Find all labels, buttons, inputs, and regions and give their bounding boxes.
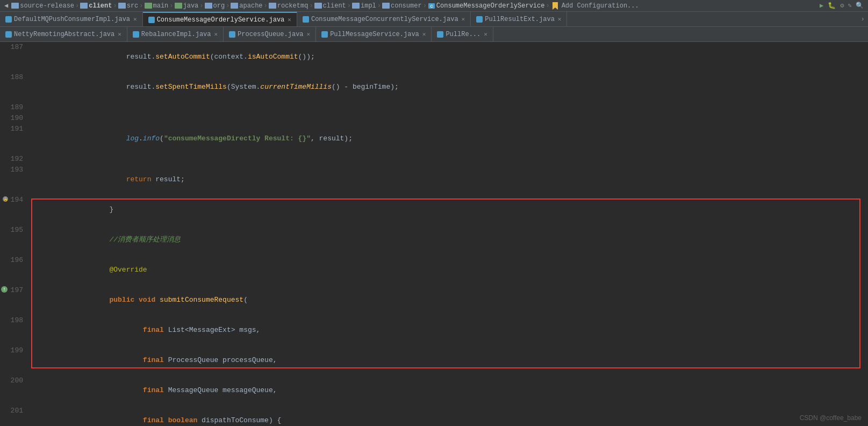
add-config-label[interactable]: Add Configuration...: [562, 2, 639, 10]
bc-client: client: [89, 2, 112, 10]
bc-main: main: [153, 2, 169, 10]
code-area: 187 result.setAutoCommit(context.isAutoC…: [0, 42, 868, 426]
tab-label-pullmessage: PullMessageService.java: [330, 31, 419, 38]
folder-icon-impl: [352, 3, 360, 9]
line-number: 187: [0, 42, 30, 72]
line-code: [30, 154, 868, 165]
watermark: CSDN @coffee_babe: [800, 414, 862, 422]
tab-icon-pullre: [437, 31, 443, 38]
tab-close-netty[interactable]: ✕: [118, 31, 121, 38]
table-row: 188 result.setSpentTimeMills(System.curr…: [0, 72, 868, 102]
line-code: result.setSpentTimeMills(System.currentT…: [30, 72, 868, 102]
bc-arrow: ◀: [4, 2, 8, 10]
table-row: 201 final boolean dispathToConsume) {: [0, 406, 868, 426]
tab-label-concurrent: ConsumeMessageConcurrentlyService.java: [311, 16, 458, 23]
table-row: 197 ! public void submitConsumeRequest(: [0, 285, 868, 315]
bc-java: java: [183, 2, 199, 10]
bc-class-icon: C: [428, 2, 435, 10]
folder-icon-apache: [231, 3, 238, 9]
table-row: 187 result.setAutoCommit(context.isAutoC…: [0, 42, 868, 72]
line-number: 190: [0, 113, 30, 124]
bc-consumer: consumer: [391, 2, 422, 10]
tab-close-rebalance[interactable]: ✕: [214, 31, 218, 38]
tab-overflow[interactable]: ›: [857, 12, 868, 26]
tab-icon-concurrent: [303, 16, 309, 23]
tab-label-processqueue: ProcessQueue.java: [238, 31, 303, 38]
line-number: 199: [0, 345, 30, 375]
folder-icon-src: [118, 3, 126, 9]
folder-icon-client2: [314, 3, 322, 9]
tab-close-pullre[interactable]: ✕: [484, 31, 487, 38]
tab-close-processqueue[interactable]: ✕: [307, 31, 311, 38]
table-row: 190: [0, 113, 868, 124]
line-number: 195: [0, 225, 30, 255]
folder-icon-rocketmq: [269, 3, 276, 9]
tab-label-rebalance: RebalanceImpl.java: [141, 31, 211, 38]
svg-marker-2: [553, 2, 558, 10]
bc-apache: apache: [239, 2, 262, 10]
debug-icon[interactable]: 🐛: [828, 2, 836, 10]
tab-pullmessageservice[interactable]: PullMessageService.java ✕: [316, 27, 432, 41]
bc-src: src: [127, 2, 139, 10]
tab-close-concurrent[interactable]: ✕: [462, 16, 465, 23]
line-number: 193: [0, 165, 30, 195]
tab-label-pull: PullResultExt.java: [485, 16, 555, 23]
run-icon[interactable]: ▶: [820, 2, 823, 10]
tab-icon-rebalance: [133, 31, 139, 38]
code-scroll[interactable]: 187 result.setAutoCommit(context.isAutoC…: [0, 42, 868, 426]
tab-bar-row1: DefaultMQPushConsumerImpl.java ✕ Consume…: [0, 12, 868, 27]
tab-close-pull[interactable]: ✕: [558, 16, 562, 23]
bc-client2: client: [323, 2, 346, 10]
tab-consumemessageconcurrently[interactable]: ConsumeMessageConcurrentlyService.java ✕: [297, 12, 471, 26]
line-code: //消费者顺序处理消息: [30, 225, 868, 255]
line-code: log.info("consumeMessageDirectly Result:…: [30, 124, 868, 154]
tab-close[interactable]: ✕: [133, 16, 137, 23]
tab-nettyremoting[interactable]: NettyRemotingAbstract.java ✕: [0, 27, 127, 41]
line-number: 191: [0, 124, 30, 154]
line-code: final MessageQueue messageQueue,: [30, 375, 868, 406]
svg-text:🔒: 🔒: [3, 197, 8, 202]
tab-icon: [5, 16, 12, 23]
line-code: final boolean dispathToConsume) {: [30, 406, 868, 426]
bc-impl: impl: [361, 2, 376, 10]
tab-label-netty: NettyRemotingAbstract.java: [14, 31, 114, 38]
line-number: 198: [0, 315, 30, 345]
tab-close-active[interactable]: ✕: [288, 16, 291, 23]
toolbar-icons: ⚙ ✎ 🔍: [840, 2, 864, 10]
tab-pullresultext[interactable]: PullResultExt.java ✕: [471, 12, 567, 26]
line-code: final ProcessQueue processQueue,: [30, 345, 868, 375]
breadcrumb-bar: ◀ source-release › client › src › main ›…: [0, 0, 868, 12]
class-icon: C: [428, 2, 435, 10]
table-row: 194 🔒 }: [0, 195, 868, 225]
bookmark-icon: [551, 2, 559, 10]
line-code: }: [30, 195, 868, 225]
tab-pullre[interactable]: PullRe... ✕: [432, 27, 493, 41]
lock-icon: 🔒: [2, 196, 9, 202]
table-row: 200 final MessageQueue messageQueue,: [0, 375, 868, 406]
line-code: return result;: [30, 165, 868, 195]
tab-rebalanceimpl[interactable]: RebalanceImpl.java ✕: [127, 27, 224, 41]
table-row: 191 log.info("consumeMessageDirectly Res…: [0, 124, 868, 154]
line-number: 194 🔒: [0, 195, 30, 225]
line-number: 197 !: [0, 285, 30, 315]
code-table: 187 result.setAutoCommit(context.isAutoC…: [0, 42, 868, 426]
tab-processqueue[interactable]: ProcessQueue.java ✕: [224, 27, 316, 41]
tab-icon-netty: [5, 31, 12, 38]
tab-icon-pull: [476, 16, 483, 23]
table-row: 193 return result;: [0, 165, 868, 195]
table-row: 199 final ProcessQueue processQueue,: [0, 345, 868, 375]
folder-icon-main: [145, 3, 152, 9]
line-number: 201: [0, 406, 30, 426]
tab-icon-active: [148, 17, 155, 23]
line-code: [30, 102, 868, 113]
tab-close-pullmessage[interactable]: ✕: [422, 31, 426, 38]
folder-icon-consumer: [382, 3, 390, 9]
tab-consumemessageorderly[interactable]: ConsumeMessageOrderlyService.java ✕: [143, 12, 297, 26]
tab-defaultmqpush[interactable]: DefaultMQPushConsumerImpl.java ✕: [0, 12, 143, 26]
line-code: result.setAutoCommit(context.isAutoCommi…: [30, 42, 868, 72]
gutter-marker: !: [1, 286, 8, 293]
table-row: 189: [0, 102, 868, 113]
tab-bar-row2: NettyRemotingAbstract.java ✕ RebalanceIm…: [0, 27, 868, 42]
table-row: 196 @Override: [0, 255, 868, 285]
line-number: 200: [0, 375, 30, 406]
